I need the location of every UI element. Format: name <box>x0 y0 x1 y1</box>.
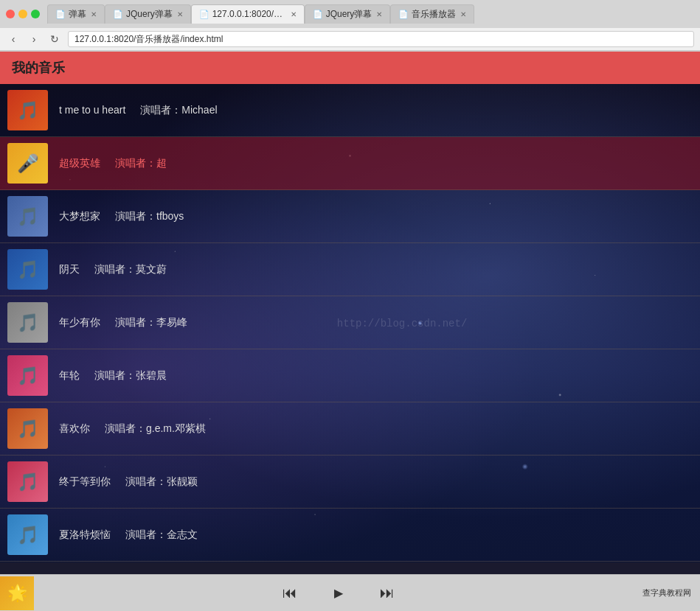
player-logo: 查字典教程网 <box>642 587 691 598</box>
tab-title: 127.0.0.1:8020/弹幕1/888... <box>212 8 286 21</box>
song-info: 年少有你 演唱者：李易峰 <box>59 316 187 329</box>
song-list: 🎵 t me to u heart 演唱者：Michael 🎤 超级英雄 演唱者… <box>0 84 700 562</box>
song-artist: 演唱者：金志文 <box>125 528 198 542</box>
player-thumbnail: 🌟 <box>0 576 34 610</box>
song-thumb-icon: 🎵 <box>17 525 39 545</box>
tab-icon: 📄 <box>113 10 123 19</box>
tab-close-icon[interactable]: ✕ <box>91 10 97 18</box>
tab-icon: 📄 <box>55 10 66 19</box>
song-thumb-icon: 🎵 <box>17 259 39 280</box>
song-title: 超级英雄 <box>59 157 100 170</box>
song-info: 年轮 演唱者：张碧晨 <box>59 369 167 383</box>
page-title: 我的音乐 <box>12 60 65 75</box>
tab-icon: 📄 <box>398 10 409 19</box>
song-item-6[interactable]: 🎵 年轮 演唱者：张碧晨 <box>0 349 700 402</box>
player-info: 查字典教程网 <box>642 587 700 598</box>
song-thumb-icon: 🎵 <box>17 206 39 227</box>
song-info: 终于等到你 演唱者：张靓颖 <box>59 475 198 489</box>
song-thumbnail: 🎵 <box>7 461 48 502</box>
song-thumbnail: 🎵 <box>7 196 48 237</box>
player-thumb-icon: 🌟 <box>7 584 27 603</box>
song-info: 喜欢你 演唱者：g.e.m.邓紫棋 <box>59 422 206 436</box>
song-info: 超级英雄 演唱者：超 <box>59 157 167 170</box>
song-thumbnail: 🎵 <box>7 249 48 290</box>
browser-tab-tab5[interactable]: 📄音乐播放器✕ <box>390 4 474 24</box>
song-thumb-icon: 🎵 <box>17 100 39 121</box>
nav-bar: ‹ › ↻ <box>0 28 700 51</box>
song-artist: 演唱者：Michael <box>140 104 217 117</box>
song-artist: 演唱者：tfboys <box>115 210 184 223</box>
tab-bar: 📄弹幕✕📄JQuery弹幕✕📄127.0.0.1:8020/弹幕1/888...… <box>47 4 694 24</box>
song-thumbnail: 🎵 <box>7 355 48 396</box>
tab-close-icon[interactable]: ✕ <box>291 10 297 18</box>
maximize-button[interactable] <box>31 10 40 18</box>
tab-close-icon[interactable]: ✕ <box>376 10 382 18</box>
tab-title: 弹幕 <box>69 8 86 21</box>
song-thumbnail: 🎵 <box>7 514 48 555</box>
song-info: 大梦想家 演唱者：tfboys <box>59 210 184 223</box>
song-title: 喜欢你 <box>59 422 90 436</box>
song-item-1[interactable]: 🎵 t me to u heart 演唱者：Michael <box>0 84 700 137</box>
close-button[interactable] <box>6 10 15 18</box>
song-thumb-icon: 🎵 <box>17 419 39 439</box>
song-artist: 演唱者：超 <box>115 157 167 170</box>
song-item-7[interactable]: 🎵 喜欢你 演唱者：g.e.m.邓紫棋 <box>0 402 700 455</box>
tab-icon: 📄 <box>313 10 323 19</box>
song-title: 年轮 <box>59 369 80 383</box>
song-thumb-icon: 🎵 <box>17 472 39 492</box>
song-thumbnail: 🎵 <box>7 408 48 449</box>
song-title: t me to u heart <box>59 104 125 116</box>
browser-tab-tab3[interactable]: 📄127.0.0.1:8020/弹幕1/888...✕ <box>191 4 305 24</box>
song-artist: 演唱者：张靓颖 <box>125 475 198 489</box>
song-item-2[interactable]: 🎤 超级英雄 演唱者：超 <box>0 137 700 190</box>
song-thumb-icon: 🎤 <box>17 153 39 174</box>
song-item-4[interactable]: 🎵 阴天 演唱者：莫文蔚 <box>0 243 700 296</box>
music-list-area: http://blog.csdn.net/ 🎵 t me to u heart … <box>0 84 700 562</box>
song-title: 阴天 <box>59 263 80 276</box>
song-item-9[interactable]: 🎵 夏洛特烦恼 演唱者：金志文 <box>0 509 700 562</box>
traffic-lights <box>6 10 40 18</box>
song-title: 年少有你 <box>59 316 100 329</box>
song-thumbnail: 🎵 <box>7 90 48 130</box>
tab-close-icon[interactable]: ✕ <box>460 10 466 18</box>
player-controls: ⏮ ▶ ⏭ <box>34 582 642 605</box>
address-bar[interactable] <box>68 31 694 47</box>
song-artist: 演唱者：张碧晨 <box>94 369 167 383</box>
title-bar: 📄弹幕✕📄JQuery弹幕✕📄127.0.0.1:8020/弹幕1/888...… <box>0 0 700 28</box>
song-info: 夏洛特烦恼 演唱者：金志文 <box>59 528 198 542</box>
song-artist: 演唱者：g.e.m.邓紫棋 <box>105 422 206 436</box>
browser-tab-tab1[interactable]: 📄弹幕✕ <box>47 4 105 24</box>
song-info: t me to u heart 演唱者：Michael <box>59 104 218 117</box>
reload-button[interactable]: ↻ <box>47 32 62 46</box>
song-info: 阴天 演唱者：莫文蔚 <box>59 263 167 276</box>
prev-button[interactable]: ⏮ <box>283 584 297 601</box>
player-bar: 🌟 ⏮ ▶ ⏭ 查字典教程网 <box>0 574 700 611</box>
browser-tab-tab4[interactable]: 📄JQuery弹幕✕ <box>305 4 391 24</box>
song-item-5[interactable]: 🎵 年少有你 演唱者：李易峰 <box>0 296 700 349</box>
song-thumb-icon: 🎵 <box>17 313 39 333</box>
play-button[interactable]: ▶ <box>327 582 350 605</box>
tab-title: JQuery弹幕 <box>126 8 173 21</box>
song-thumb-icon: 🎵 <box>17 366 39 386</box>
song-artist: 演唱者：李易峰 <box>115 316 187 329</box>
song-artist: 演唱者：莫文蔚 <box>94 263 167 276</box>
forward-button[interactable]: › <box>27 32 41 46</box>
song-title: 终于等到你 <box>59 475 111 489</box>
song-thumbnail: 🎵 <box>7 302 48 343</box>
tab-title: JQuery弹幕 <box>326 8 372 21</box>
browser-chrome: 📄弹幕✕📄JQuery弹幕✕📄127.0.0.1:8020/弹幕1/888...… <box>0 0 700 52</box>
song-title: 夏洛特烦恼 <box>59 528 111 542</box>
song-item-8[interactable]: 🎵 终于等到你 演唱者：张靓颖 <box>0 455 700 509</box>
browser-tab-tab2[interactable]: 📄JQuery弹幕✕ <box>105 4 191 24</box>
song-title: 大梦想家 <box>59 210 100 223</box>
next-button[interactable]: ⏭ <box>380 584 395 601</box>
minimize-button[interactable] <box>18 10 27 18</box>
song-thumbnail: 🎤 <box>7 143 48 184</box>
song-item-3[interactable]: 🎵 大梦想家 演唱者：tfboys <box>0 190 700 243</box>
tab-close-icon[interactable]: ✕ <box>177 10 183 18</box>
tab-icon: 📄 <box>199 10 209 19</box>
tab-title: 音乐播放器 <box>412 8 456 21</box>
back-button[interactable]: ‹ <box>6 32 21 46</box>
page-header: 我的音乐 <box>0 52 700 84</box>
